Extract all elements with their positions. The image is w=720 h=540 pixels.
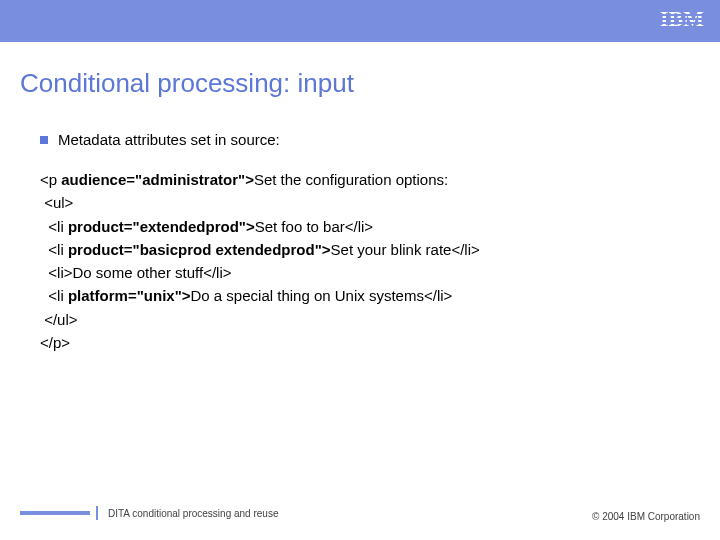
code-line: <p audience="administrator">Set the conf… bbox=[40, 168, 680, 191]
code-line: <li product="extendedprod">Set foo to ba… bbox=[40, 215, 680, 238]
bullet-text: Metadata attributes set in source: bbox=[58, 131, 280, 148]
slide: IBM Conditional processing: input Metada… bbox=[0, 0, 720, 540]
top-bar: IBM bbox=[0, 0, 720, 42]
square-bullet-icon bbox=[40, 136, 48, 144]
bullet-item: Metadata attributes set in source: bbox=[40, 131, 680, 148]
ibm-logo-text: IBM bbox=[660, 8, 704, 30]
code-line: </ul> bbox=[40, 308, 680, 331]
code-line: <ul> bbox=[40, 191, 680, 214]
code-line: </p> bbox=[40, 331, 680, 354]
code-text: <p bbox=[40, 171, 61, 188]
code-attr: platform="unix"> bbox=[68, 287, 191, 304]
content-area: Metadata attributes set in source: <p au… bbox=[0, 99, 720, 354]
code-attr: product="basicprod extendedprod"> bbox=[68, 241, 331, 258]
ibm-logo: IBM bbox=[660, 8, 704, 30]
copyright-text: © 2004 IBM Corporation bbox=[592, 511, 700, 522]
footer-tick-icon bbox=[96, 506, 98, 520]
code-line: <li platform="unix">Do a special thing o… bbox=[40, 284, 680, 307]
footer-left-text: DITA conditional processing and reuse bbox=[108, 508, 278, 519]
code-text: <li bbox=[40, 218, 68, 235]
slide-title: Conditional processing: input bbox=[0, 42, 720, 99]
code-text: Set the configuration options: bbox=[254, 171, 448, 188]
code-line: <li>Do some other stuff</li> bbox=[40, 261, 680, 284]
code-block: <p audience="administrator">Set the conf… bbox=[40, 168, 680, 354]
footer-accent-bar bbox=[20, 511, 90, 515]
code-text: Set your blink rate</li> bbox=[331, 241, 480, 258]
code-attr: product="extendedprod"> bbox=[68, 218, 255, 235]
code-text: Set foo to bar</li> bbox=[255, 218, 373, 235]
code-text: <li bbox=[40, 241, 68, 258]
code-line: <li product="basicprod extendedprod">Set… bbox=[40, 238, 680, 261]
code-attr: audience="administrator"> bbox=[61, 171, 254, 188]
code-text: <li bbox=[40, 287, 68, 304]
code-text: Do a special thing on Unix systems</li> bbox=[191, 287, 453, 304]
